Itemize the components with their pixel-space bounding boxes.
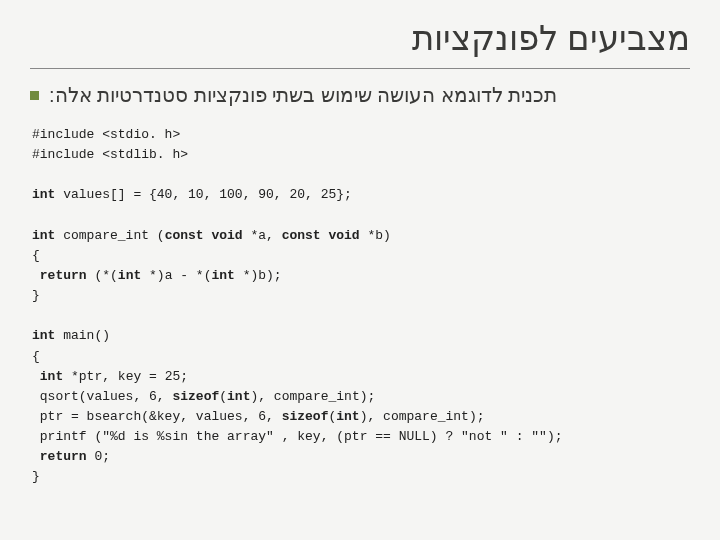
code-kw: int (32, 328, 55, 343)
code-text: *ptr, key = 25; (63, 369, 188, 384)
code-kw: int (336, 409, 359, 424)
code-text: (*( (87, 268, 118, 283)
code-text: values[] = {40, 10, 100, 90, 20, 25}; (55, 187, 351, 202)
code-text: ptr = bsearch(&key, values, 6, (32, 409, 282, 424)
code-text: *b) (360, 228, 391, 243)
code-kw: sizeof (282, 409, 329, 424)
slide-title: מצביעים לפונקציות (30, 18, 690, 58)
code-line: } (32, 288, 40, 303)
code-kw: int (32, 228, 55, 243)
title-block: מצביעים לפונקציות (30, 18, 690, 69)
bullet-icon (30, 91, 39, 100)
code-kw: int (32, 187, 55, 202)
code-text: qsort(values, 6, (32, 389, 172, 404)
code-kw: int (211, 268, 234, 283)
code-line: } (32, 469, 40, 484)
code-kw: int (32, 369, 63, 384)
code-text: ), compare_int); (360, 409, 485, 424)
code-kw: const void (165, 228, 243, 243)
code-kw: const void (282, 228, 360, 243)
code-line: { (32, 349, 40, 364)
code-text: 0; (87, 449, 110, 464)
code-kw: return (32, 449, 87, 464)
slide: מצביעים לפונקציות תכנית לדוגמא העושה שימ… (30, 18, 690, 522)
code-line: printf ("%d is %sin the array" , key, (p… (32, 429, 563, 444)
code-text: compare_int ( (55, 228, 164, 243)
code-kw: sizeof (172, 389, 219, 404)
code-text: ), compare_int); (250, 389, 375, 404)
code-block: #include <stdio. h> #include <stdlib. h>… (30, 125, 690, 488)
subtitle-row: תכנית לדוגמא העושה שימוש בשתי פונקציות ס… (30, 83, 690, 107)
code-line: #include <stdio. h> (32, 127, 180, 142)
code-text: main() (55, 328, 110, 343)
code-text: *)b); (235, 268, 282, 283)
code-kw: return (32, 268, 87, 283)
code-text: *)a - *( (141, 268, 211, 283)
code-line: { (32, 248, 40, 263)
slide-subtitle: תכנית לדוגמא העושה שימוש בשתי פונקציות ס… (49, 83, 557, 107)
code-kw: int (118, 268, 141, 283)
code-text: ( (219, 389, 227, 404)
code-kw: int (227, 389, 250, 404)
code-text: *a, (243, 228, 282, 243)
code-line: #include <stdlib. h> (32, 147, 188, 162)
